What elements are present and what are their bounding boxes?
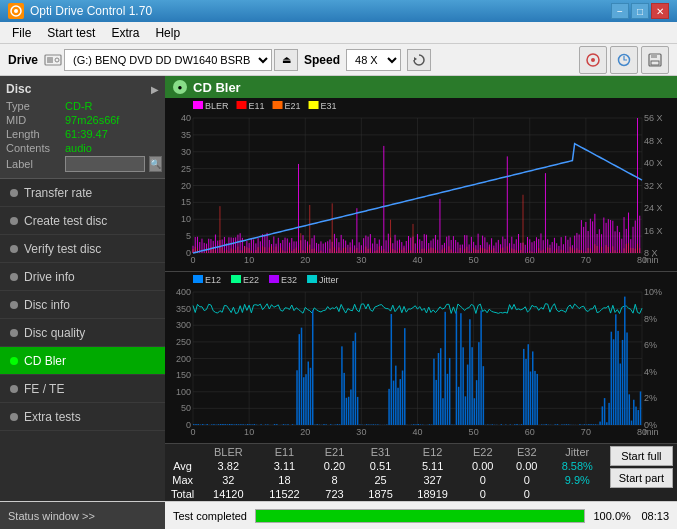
bottom-chart-canvas <box>165 272 677 443</box>
sidebar-item-verify-test-disc[interactable]: Verify test disc <box>0 235 165 263</box>
total-e11: 11522 <box>256 487 312 501</box>
max-e21: 8 <box>313 473 357 487</box>
disc-label-label: Label <box>6 158 61 170</box>
avg-label: Avg <box>165 459 200 473</box>
stats-row-max: Max 32 18 8 25 327 0 0 9.9% <box>165 473 606 487</box>
menu-extra[interactable]: Extra <box>103 24 147 42</box>
status-window-button[interactable]: Status window >> <box>0 502 165 529</box>
max-e31: 25 <box>357 473 405 487</box>
sidebar-item-extra-tests[interactable]: Extra tests <box>0 403 165 431</box>
sidebar-dot-fe-te <box>10 385 18 393</box>
max-e32: 0 <box>505 473 549 487</box>
total-e31: 1875 <box>357 487 405 501</box>
sidebar-item-create-test-disc[interactable]: Create test disc <box>0 207 165 235</box>
options-icon[interactable] <box>610 46 638 74</box>
avg-e11: 3.11 <box>256 459 312 473</box>
avg-e31: 0.51 <box>357 459 405 473</box>
svg-rect-3 <box>47 57 53 63</box>
menu-help[interactable]: Help <box>147 24 188 42</box>
drive-selector-wrap: (G:) BENQ DVD DD DW1640 BSRB ⏏ <box>44 49 298 71</box>
start-part-button[interactable]: Start part <box>610 468 673 488</box>
drive-bar: Drive (G:) BENQ DVD DD DW1640 BSRB ⏏ Spe… <box>0 44 677 76</box>
avg-e21: 0.20 <box>313 459 357 473</box>
chart-title: CD Bler <box>193 80 241 95</box>
sidebar-item-drive-info[interactable]: Drive info <box>0 263 165 291</box>
save-icon[interactable] <box>641 46 669 74</box>
sidebar-label-transfer-rate: Transfer rate <box>24 186 92 200</box>
disc-type-label: Type <box>6 100 61 112</box>
top-chart <box>165 98 677 272</box>
menu-file[interactable]: File <box>4 24 39 42</box>
sidebar-item-fe-te[interactable]: FE / TE <box>0 375 165 403</box>
minimize-button[interactable]: − <box>611 3 629 19</box>
sidebar-item-disc-quality[interactable]: Disc quality <box>0 319 165 347</box>
sidebar-item-cd-bler[interactable]: CD Bler <box>0 347 165 375</box>
chart-panel: ● CD Bler BLER E11 <box>165 76 677 501</box>
disc-mid-label: MID <box>6 114 61 126</box>
main-content: Disc ▶ Type CD-R MID 97m26s66f Length 61… <box>0 76 677 501</box>
total-e21: 723 <box>313 487 357 501</box>
disc-label-icon-btn[interactable]: 🔍 <box>149 156 162 172</box>
disc-erase-icon[interactable] <box>579 46 607 74</box>
stats-row-avg: Avg 3.82 3.11 0.20 0.51 5.11 0.00 0.00 8… <box>165 459 606 473</box>
max-e11: 18 <box>256 473 312 487</box>
col-e11: E11 <box>256 444 312 459</box>
max-e12: 327 <box>405 473 461 487</box>
sidebar-item-transfer-rate[interactable]: Transfer rate <box>0 179 165 207</box>
stats-section: BLER E11 E21 E31 E12 E22 E32 Jitter Avg <box>165 443 677 501</box>
close-button[interactable]: ✕ <box>651 3 669 19</box>
avg-e32: 0.00 <box>505 459 549 473</box>
col-e21: E21 <box>313 444 357 459</box>
svg-rect-10 <box>651 54 657 58</box>
avg-e12: 5.11 <box>405 459 461 473</box>
progress-bar-wrap <box>255 509 585 523</box>
avg-e22: 0.00 <box>461 459 505 473</box>
col-e22: E22 <box>461 444 505 459</box>
disc-length-label: Length <box>6 128 61 140</box>
svg-point-7 <box>591 58 595 62</box>
max-label: Max <box>165 473 200 487</box>
start-full-button[interactable]: Start full <box>610 446 673 466</box>
col-jitter: Jitter <box>549 444 606 459</box>
progress-bar-fill <box>256 510 584 522</box>
disc-length-value: 61:39.47 <box>65 128 108 140</box>
sidebar-dot-create-test-disc <box>10 217 18 225</box>
disc-expand-icon[interactable]: ▶ <box>151 84 159 95</box>
chart-icon: ● <box>173 80 187 94</box>
drive-label: Drive <box>8 53 38 67</box>
sidebar-item-disc-info[interactable]: Disc info <box>0 291 165 319</box>
app-title: Opti Drive Control 1.70 <box>30 4 152 18</box>
speed-select[interactable]: 48 X <box>346 49 401 71</box>
chart-header: ● CD Bler <box>165 76 677 98</box>
time-label: 08:13 <box>641 510 669 522</box>
col-e32: E32 <box>505 444 549 459</box>
disc-mid-value: 97m26s66f <box>65 114 119 126</box>
speed-refresh-button[interactable] <box>407 49 431 71</box>
svg-point-1 <box>14 9 18 13</box>
start-buttons: Start full Start part <box>606 444 677 501</box>
menu-start-test[interactable]: Start test <box>39 24 103 42</box>
disc-type-value: CD-R <box>65 100 93 112</box>
disc-label-input[interactable] <box>65 156 145 172</box>
sidebar-dot-disc-quality <box>10 329 18 337</box>
total-e22: 0 <box>461 487 505 501</box>
sidebar-dot-transfer-rate <box>10 189 18 197</box>
speed-label: Speed <box>304 53 340 67</box>
maximize-button[interactable]: □ <box>631 3 649 19</box>
status-window-label: Status window >> <box>8 510 95 522</box>
col-e31: E31 <box>357 444 405 459</box>
title-bar: Opti Drive Control 1.70 − □ ✕ <box>0 0 677 22</box>
drive-select[interactable]: (G:) BENQ DVD DD DW1640 BSRB <box>64 49 272 71</box>
sidebar-dot-drive-info <box>10 273 18 281</box>
sidebar-label-extra-tests: Extra tests <box>24 410 81 424</box>
charts-area <box>165 98 677 443</box>
progress-label: 100.0% <box>593 510 633 522</box>
menu-bar: File Start test Extra Help <box>0 22 677 44</box>
eject-button[interactable]: ⏏ <box>274 49 298 71</box>
max-e22: 0 <box>461 473 505 487</box>
total-e12: 18919 <box>405 487 461 501</box>
disc-section-title: Disc <box>6 82 31 96</box>
avg-jitter: 8.58% <box>549 459 606 473</box>
sidebar: Disc ▶ Type CD-R MID 97m26s66f Length 61… <box>0 76 165 501</box>
sidebar-label-create-test-disc: Create test disc <box>24 214 107 228</box>
